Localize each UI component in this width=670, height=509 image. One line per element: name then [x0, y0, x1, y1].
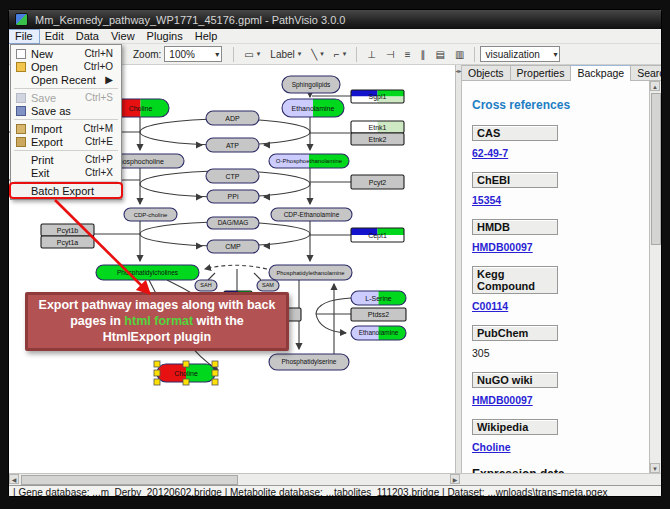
pathway-node-dag-mag[interactable]: DAG/MAG [207, 217, 259, 229]
pathway-node-phosphatidylcholines[interactable]: Phosphatidylcholines [96, 265, 199, 280]
connector-tool-button[interactable]: ⌐▾ [330, 45, 350, 63]
file-menu-item-open[interactable]: OpenCtrl+O [11, 60, 121, 73]
scroll-left-icon[interactable]: ◀ [9, 474, 19, 484]
file-menu-item-print[interactable]: PrintCtrl+P [11, 153, 121, 166]
horizontal-scrollbar[interactable]: ◀ ▶ [9, 474, 460, 485]
file-menu-item-exit[interactable]: ExitCtrl+X [11, 166, 121, 179]
chevron-down-icon[interactable]: ▾ [298, 50, 302, 58]
selection-handle[interactable] [212, 361, 218, 367]
selection-handle[interactable] [154, 379, 160, 385]
pathway-node-sam[interactable]: SAM [257, 280, 279, 291]
pathway-node-l-serine[interactable]: L-Serine [351, 291, 406, 305]
xref-link[interactable]: HMDB00097 [472, 241, 533, 253]
tab-backpage[interactable]: Backpage [570, 65, 631, 81]
pathway-edge[interactable] [205, 265, 267, 269]
pathway-node-ctp[interactable]: CTP [206, 169, 259, 183]
pathway-node-etnk2[interactable]: Etnk2 [351, 133, 404, 145]
scrollbar-thumb[interactable] [21, 475, 238, 485]
align-center-y-button[interactable]: ⊣ [382, 45, 399, 63]
selection-handle[interactable] [183, 379, 189, 385]
selection-handle[interactable] [154, 370, 160, 376]
xref-link[interactable]: 15354 [472, 194, 501, 206]
panel-splitter[interactable]: ◂▸ [455, 65, 462, 473]
selection-handle[interactable] [212, 379, 218, 385]
xref-link[interactable]: 62-49-7 [472, 147, 508, 159]
menubar-item-view[interactable]: View [105, 30, 141, 43]
file-menu-item-import[interactable]: ImportCtrl+M [11, 122, 121, 135]
pathway-node-ptdss2[interactable]: Ptdss2 [351, 308, 406, 321]
stack-vertical-button[interactable]: ▤ [432, 45, 449, 63]
annotation-highlight: html format [124, 314, 193, 328]
chevron-down-icon[interactable]: ▾ [257, 50, 261, 58]
pathway-node-pcyt1b[interactable]: Pcyt1b [41, 224, 94, 236]
file-menu-item-save-as[interactable]: Save as [11, 104, 121, 117]
pathway-node-pcyt2[interactable]: Pcyt2 [351, 175, 404, 189]
tab-search[interactable]: Search [630, 65, 661, 80]
xref-link[interactable]: C00114 [472, 300, 508, 312]
scrollbar-thumb[interactable] [651, 93, 661, 245]
file-menu-item-batch-export[interactable]: Batch Export [11, 184, 121, 197]
tab-objects[interactable]: Objects [462, 65, 511, 80]
pathway-node-ethanolamine-bottom[interactable]: Ethanolamine [351, 326, 406, 340]
pathway-node-phosphatidylethanolamine[interactable]: Phosphatidylethanolamine [269, 265, 352, 280]
pathway-node-ethanolamine-top[interactable]: Ethanolamine [282, 99, 344, 117]
pathway-node-ppi[interactable]: PPi [207, 190, 259, 203]
menu-shortcut: Ctrl+N [84, 48, 119, 59]
pathway-node-o-phosphoethanolamine[interactable]: O-Phosphoethanolamine [269, 154, 349, 168]
xref-link[interactable]: HMDB00097 [472, 394, 533, 406]
common-width-button[interactable]: ∥ [417, 45, 430, 63]
chevron-down-icon[interactable]: ▾ [343, 50, 347, 58]
menubar-item-help[interactable]: Help [189, 30, 224, 43]
menubar-item-edit[interactable]: Edit [39, 30, 70, 43]
menubar-item-plugins[interactable]: Plugins [141, 30, 189, 43]
selection-handle[interactable] [154, 361, 160, 367]
scroll-down-icon[interactable]: ▼ [650, 463, 660, 473]
pathway-node-etnk1[interactable]: Etnk1 [351, 121, 404, 133]
pathway-node-cmp[interactable]: CMP [207, 240, 259, 253]
selection-handle[interactable] [183, 361, 189, 367]
common-height-button[interactable]: ≡ [401, 45, 415, 63]
chevron-down-icon[interactable]: ▾ [553, 50, 557, 59]
scroll-up-icon[interactable]: ▲ [650, 81, 660, 91]
gene-tool-button[interactable]: ▭▾ [240, 45, 264, 63]
pathway-edge[interactable] [254, 273, 261, 280]
file-menu-item-export[interactable]: ExportCtrl+E [11, 135, 121, 148]
pathway-node-phosphatidylserine[interactable]: Phosphatidylserine [269, 354, 349, 370]
pathway-node-sgpl1[interactable]: Sgpl1 [351, 90, 404, 103]
line-tool-button[interactable]: ╲▾ [307, 45, 328, 63]
tab-properties[interactable]: Properties [510, 65, 572, 80]
pathway-node-adp[interactable]: ADP [206, 111, 259, 125]
pathway-node-cdp-ethanolamine[interactable]: CDP-Ethanolamine [271, 208, 352, 221]
pathway-node-choline-selected[interactable]: Choline [154, 361, 218, 385]
zoom-select[interactable]: 100% ▾ [164, 46, 222, 62]
file-menu-item-save[interactable]: SaveCtrl+S [11, 91, 121, 104]
file-menu-item-new[interactable]: NewCtrl+N [11, 47, 121, 60]
node-label: Phosphatidylcholines [117, 269, 179, 277]
collapse-arrows-icon[interactable]: ◂▸ [455, 67, 461, 74]
pathway-edge[interactable] [208, 273, 215, 280]
pathway-node-pcyt1a[interactable]: Pcyt1a [41, 236, 94, 248]
pathway-node-atp[interactable]: ATP [206, 138, 259, 152]
menubar-item-file[interactable]: File [9, 30, 39, 43]
stack-horizontal-button[interactable]: ▥ [451, 45, 468, 63]
align-center-x-icon: ⊥ [367, 49, 376, 60]
file-menu-item-open-recent[interactable]: Open Recent▶ [11, 73, 121, 86]
visualization-select[interactable]: visualization ▾ [480, 46, 560, 62]
pathway-node-cdp-choline[interactable]: CDP-choline [124, 208, 177, 221]
chevron-down-icon[interactable]: ▾ [320, 50, 324, 58]
vertical-scrollbar[interactable]: ▲ ▼ [649, 81, 661, 473]
xref-link[interactable]: Choline [472, 441, 511, 453]
pathway-node-sah[interactable]: SAH [195, 280, 217, 291]
menu-item-label: New [31, 48, 76, 60]
align-center-x-button[interactable]: ⊥ [363, 45, 380, 63]
menubar-item-data[interactable]: Data [70, 30, 105, 43]
pathway-node-cept1[interactable]: Cept1 [351, 228, 404, 242]
scroll-right-icon[interactable]: ▶ [450, 474, 460, 484]
chevron-down-icon[interactable]: ▾ [215, 50, 219, 59]
node-label: SAM [262, 282, 274, 288]
label-tool-button[interactable]: Label▾ [266, 45, 305, 63]
new-icon [16, 49, 26, 59]
pathway-node-sphingolipids[interactable]: Sphingolipids [282, 76, 340, 93]
pathway-edge[interactable] [316, 314, 346, 333]
selection-handle[interactable] [212, 370, 218, 376]
